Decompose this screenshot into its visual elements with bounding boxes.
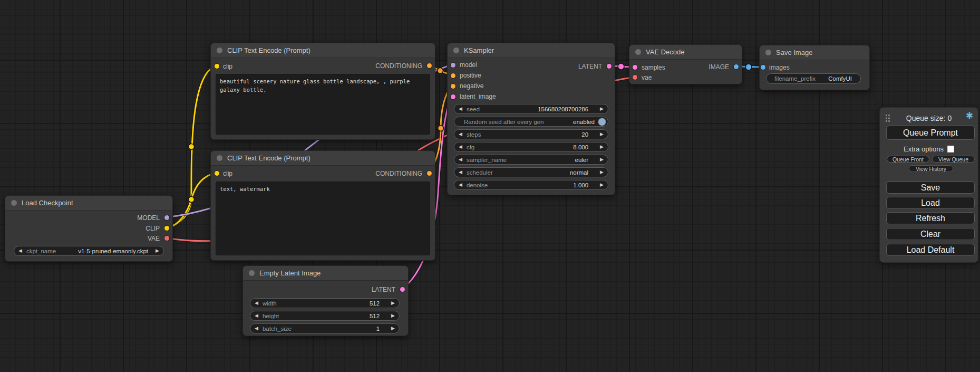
clear-button[interactable]: Clear — [886, 228, 975, 240]
load-button[interactable]: Load — [886, 197, 975, 209]
node-title: Load Checkpoint — [22, 199, 73, 207]
save-button[interactable]: Save — [886, 182, 975, 194]
latent-image-input-dot[interactable] — [451, 94, 455, 99]
images-input-dot[interactable] — [761, 65, 765, 70]
stepper-right-icon[interactable]: ▶ — [387, 313, 399, 318]
stepper-right-icon[interactable]: ▶ — [151, 249, 163, 253]
queue-prompt-button[interactable]: Queue Prompt — [886, 126, 975, 140]
stepper-left-icon[interactable]: ◀ — [454, 170, 467, 175]
stepper-left-icon[interactable]: ◀ — [454, 145, 467, 149]
node-status-dot — [635, 49, 641, 55]
node-title-bar[interactable]: CLIP Text Encode (Prompt) — [211, 43, 435, 58]
view-history-button[interactable]: View History — [909, 165, 953, 172]
node-status-dot — [453, 47, 459, 53]
widget-label: scheduler — [467, 169, 493, 176]
ksampler-node[interactable]: KSampler model positive negative latent_… — [447, 43, 615, 195]
positive-input-dot[interactable] — [451, 73, 455, 78]
stepper-right-icon[interactable]: ▶ — [387, 326, 399, 331]
positive-prompt-textarea[interactable]: beautiful scenery nature glass bottle la… — [216, 74, 430, 135]
model-input-label: model — [460, 60, 477, 70]
vae-output-dot[interactable] — [164, 236, 169, 241]
stepper-right-icon[interactable]: ▶ — [596, 157, 608, 162]
load-default-button[interactable]: Load Default — [886, 244, 975, 256]
stepper-left-icon[interactable]: ◀ — [250, 313, 263, 318]
negative-input-label: negative — [460, 81, 483, 91]
stepper-left-icon[interactable]: ◀ — [250, 326, 263, 331]
extra-options-label: Extra options — [904, 145, 944, 153]
model-input-dot[interactable] — [451, 63, 455, 68]
refresh-button[interactable]: Refresh — [886, 212, 975, 224]
seed-widget[interactable]: ◀ seed 156680208700286 ▶ — [454, 104, 608, 114]
gear-icon[interactable]: ✱ — [966, 111, 973, 120]
widget-value: enabled — [573, 119, 598, 125]
latent-output-dot[interactable] — [400, 287, 405, 292]
steps-widget[interactable]: ◀ steps 20 ▶ — [454, 129, 608, 139]
clip-input-dot[interactable] — [215, 171, 219, 176]
widget-value: 8.000 — [573, 144, 596, 150]
node-title: Empty Latent Image — [259, 269, 321, 277]
random-seed-widget[interactable]: Random seed after every gen enabled — [454, 117, 608, 127]
queue-panel[interactable]: Queue size: 0 ✱ Queue Prompt Extra optio… — [879, 107, 978, 263]
stepper-left-icon[interactable]: ◀ — [454, 107, 467, 111]
scheduler-widget[interactable]: ◀ scheduler normal ▶ — [454, 167, 608, 177]
stepper-left-icon[interactable]: ◀ — [454, 157, 467, 162]
clip-input-dot[interactable] — [215, 64, 219, 69]
filename-prefix-widget[interactable]: filename_prefix ComfyUI — [766, 73, 861, 84]
extra-options-checkbox[interactable] — [947, 146, 954, 152]
clip-text-encode-negative-node[interactable]: CLIP Text Encode (Prompt) clip CONDITION… — [210, 150, 435, 261]
vae-decode-node[interactable]: VAE Decode samples vae IMAGE — [629, 44, 742, 84]
node-title: KSampler — [464, 46, 494, 54]
load-checkpoint-node[interactable]: Load Checkpoint MODEL CLIP VAE ◀ ckpt_na… — [5, 195, 173, 262]
model-output-dot[interactable] — [164, 215, 169, 220]
toggle-icon[interactable] — [598, 118, 606, 126]
ckpt-name-widget[interactable]: ◀ ckpt_name v1-5-pruned-emaonly.ckpt ▶ — [14, 246, 164, 256]
image-output-dot[interactable] — [734, 64, 739, 69]
negative-input-dot[interactable] — [451, 84, 455, 89]
node-title-bar[interactable]: VAE Decode — [629, 45, 742, 60]
node-title-bar[interactable]: Save Image — [760, 45, 869, 60]
latent-output-dot[interactable] — [607, 64, 612, 69]
widget-label: height — [263, 313, 279, 319]
widget-label: batch_size — [263, 326, 292, 332]
save-image-node[interactable]: Save Image images filename_prefix ComfyU… — [759, 45, 870, 90]
samples-input-dot[interactable] — [633, 65, 637, 70]
stepper-right-icon[interactable]: ▶ — [596, 170, 608, 175]
vae-input-dot[interactable] — [633, 75, 637, 80]
widget-label: cfg — [467, 144, 474, 150]
stepper-left-icon[interactable]: ◀ — [250, 301, 263, 306]
view-queue-button[interactable]: View Queue — [932, 156, 975, 163]
node-title-bar[interactable]: Load Checkpoint — [5, 196, 172, 211]
clip-output-dot[interactable] — [164, 226, 169, 231]
widget-value: 512 — [370, 300, 387, 307]
height-widget[interactable]: ◀ height 512 ▶ — [250, 311, 400, 321]
stepper-left-icon[interactable]: ◀ — [14, 249, 26, 253]
widget-label: steps — [467, 131, 481, 138]
batch-size-widget[interactable]: ◀ batch_size 1 ▶ — [250, 323, 400, 333]
node-title-bar[interactable]: KSampler — [448, 43, 615, 58]
empty-latent-image-node[interactable]: Empty Latent Image LATENT ◀ width 512 ▶ … — [242, 265, 409, 336]
width-widget[interactable]: ◀ width 512 ▶ — [250, 298, 400, 308]
stepper-right-icon[interactable]: ▶ — [596, 145, 608, 149]
node-title: CLIP Text Encode (Prompt) — [227, 154, 311, 162]
widget-value: 512 — [370, 313, 387, 319]
stepper-right-icon[interactable]: ▶ — [387, 301, 399, 306]
clip-text-encode-positive-node[interactable]: CLIP Text Encode (Prompt) clip CONDITION… — [210, 43, 435, 140]
sampler-name-widget[interactable]: ◀ sampler_name euler ▶ — [454, 155, 608, 165]
stepper-left-icon[interactable]: ◀ — [454, 132, 467, 137]
cfg-widget[interactable]: ◀ cfg 8.000 ▶ — [454, 142, 608, 152]
stepper-right-icon[interactable]: ▶ — [596, 132, 608, 137]
node-title-bar[interactable]: Empty Latent Image — [243, 266, 408, 281]
conditioning-output-dot[interactable] — [427, 63, 432, 68]
conditioning-output-dot[interactable] — [427, 171, 432, 176]
stepper-right-icon[interactable]: ▶ — [596, 107, 608, 111]
node-title-bar[interactable]: CLIP Text Encode (Prompt) — [211, 151, 435, 166]
queue-front-button[interactable]: Queue Front — [887, 156, 929, 163]
negative-prompt-textarea[interactable]: text, watermark — [216, 182, 430, 255]
stepper-right-icon[interactable]: ▶ — [596, 183, 608, 187]
model-output-label: MODEL — [137, 213, 160, 223]
stepper-left-icon[interactable]: ◀ — [454, 183, 467, 187]
node-status-dot — [249, 270, 255, 276]
widget-label: seed — [467, 106, 480, 112]
clip-input-label: clip — [223, 168, 232, 179]
denoise-widget[interactable]: ◀ denoise 1.000 ▶ — [454, 180, 608, 190]
